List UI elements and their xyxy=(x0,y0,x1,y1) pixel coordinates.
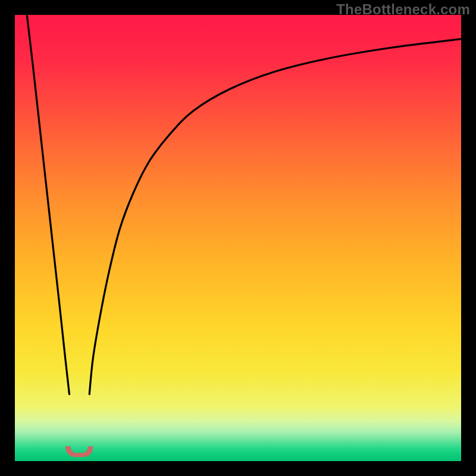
plot-area xyxy=(15,15,461,461)
chart-frame: TheBottleneck.com xyxy=(0,0,476,476)
bottleneck-curve xyxy=(15,15,461,461)
watermark-text: TheBottleneck.com xyxy=(336,1,470,18)
optimal-point-marker xyxy=(65,446,93,461)
